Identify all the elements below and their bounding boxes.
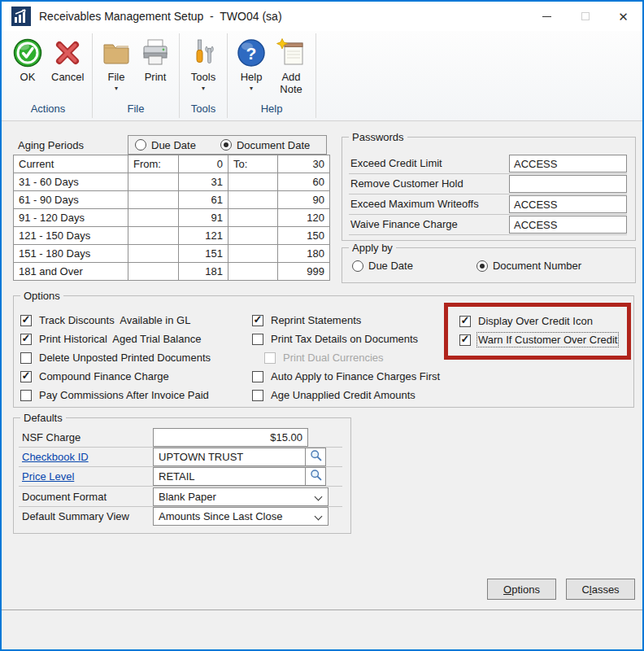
aging-to-label: To:: [228, 155, 278, 173]
aging-period-name: 151 - 180 Days: [14, 245, 128, 263]
ribbon-group-label-file: File: [94, 100, 178, 120]
aging-to-input[interactable]: 120: [278, 209, 330, 227]
print-dual-currencies-checkbox: [264, 352, 276, 364]
ribbon-tools-button[interactable]: Tools▾: [184, 37, 223, 93]
ribbon-group-tools: Tools▾Tools: [181, 31, 226, 120]
checkbook-lookup-button[interactable]: [306, 448, 326, 466]
ribbon-group-help: ?Help▾Add NoteHelp: [228, 31, 315, 120]
exceed-maximum-writeoffs-password-input[interactable]: ACCESS: [509, 195, 627, 213]
aging-to-label: [228, 227, 278, 245]
close-icon[interactable]: ✕: [604, 2, 642, 31]
defaults-group-title: Defaults: [20, 412, 66, 424]
printer-icon: [140, 37, 171, 68]
radio-unselected-icon: [352, 260, 363, 272]
password-row: Exceed Maximum WriteoffsACCESS: [349, 194, 627, 215]
ribbon-cancel-button[interactable]: Cancel: [47, 37, 88, 85]
summary-view-dropdown[interactable]: Amounts Since Last Close: [153, 507, 329, 526]
price-level-lookup-button[interactable]: [306, 467, 326, 486]
ribbon-group-file: File▾PrintFile: [94, 31, 178, 120]
aging-to-input[interactable]: 90: [278, 191, 330, 209]
aging-table-row: 31 - 60 Days3160: [14, 173, 330, 191]
aging-from-input[interactable]: 0: [179, 155, 228, 173]
price-level-link[interactable]: Price Level: [22, 470, 74, 483]
print-tax-details-on-documents-label: Print Tax Details on Documents: [271, 333, 418, 345]
delete-unposted-printed-documents-checkbox-row: Delete Unposted Printed Documents: [20, 348, 211, 367]
checkbook-id-input[interactable]: UPTOWN TRUST: [153, 448, 306, 466]
reprint-statements-checkbox[interactable]: [252, 315, 263, 326]
aging-to-input[interactable]: 180: [278, 245, 330, 263]
aging-from-input[interactable]: 121: [179, 227, 228, 245]
ribbon-separator: [179, 33, 180, 118]
ribbon-help-button[interactable]: ?Help▾: [232, 37, 271, 93]
checkbook-id-link[interactable]: Checkbook ID: [22, 451, 89, 463]
nsf-charge-row: NSF Charge $15.00: [19, 428, 342, 448]
aging-from-label: [128, 263, 179, 281]
aging-document-date-radio[interactable]: Document Date: [220, 139, 310, 151]
aging-from-input[interactable]: 91: [179, 209, 228, 227]
title-bar: Receivables Management Setup - TWO04 (sa…: [2, 2, 642, 31]
track-discounts-available-in-gl-checkbox[interactable]: [20, 315, 32, 326]
aging-to-input[interactable]: 999: [278, 263, 330, 281]
display-over-credit-icon-checkbox[interactable]: [459, 316, 471, 327]
options-button[interactable]: Options: [487, 579, 556, 600]
defaults-group: Defaults NSF Charge $15.00 Checkbook ID …: [13, 417, 351, 534]
display-over-credit-icon-checkbox-row: Display Over Credit Icon: [459, 312, 617, 330]
aging-from-input[interactable]: 61: [179, 191, 228, 209]
checkbook-id-row: Checkbook ID UPTOWN TRUST: [19, 448, 342, 467]
ribbon-group-label-tools: Tools: [181, 100, 226, 120]
aging-from-input[interactable]: 31: [179, 173, 228, 191]
price-level-input[interactable]: RETAIL: [153, 467, 306, 486]
aging-table-row: CurrentFrom:0To:30: [14, 155, 330, 173]
document-format-dropdown[interactable]: Blank Paper: [153, 487, 329, 506]
summary-view-row: Default Summary View Amounts Since Last …: [19, 507, 342, 526]
warn-if-customer-over-credit-checkbox[interactable]: [459, 334, 471, 346]
aging-due-date-radio[interactable]: Due Date: [135, 139, 196, 151]
age-unapplied-credit-amounts-checkbox[interactable]: [252, 390, 263, 401]
nsf-charge-value: $15.00: [270, 431, 302, 443]
ribbon-group-label-help: Help: [228, 100, 315, 120]
ribbon-button-label: File: [108, 72, 125, 84]
aging-from-input[interactable]: 181: [179, 263, 228, 281]
tools-icon: [188, 37, 219, 68]
print-historical-aged-trial-balance-checkbox[interactable]: [20, 334, 32, 345]
aging-table-row: 181 and Over181999: [14, 263, 330, 281]
aging-date-radio-group: Due DateDocument Date: [128, 135, 327, 155]
ribbon-button-label: Help: [241, 72, 263, 84]
aging-to-input[interactable]: 150: [278, 227, 330, 245]
aging-to-input[interactable]: 60: [278, 173, 330, 191]
ribbon-add-note-button[interactable]: Add Note: [271, 37, 311, 96]
minimize-icon[interactable]: [528, 2, 566, 31]
apply-by-radio-label: Due Date: [368, 260, 413, 272]
print-historical-aged-trial-balance-checkbox-row: Print Historical Aged Trial Balance: [20, 330, 211, 348]
maximize-icon[interactable]: [566, 2, 604, 31]
aging-to-label: [228, 263, 278, 281]
aging-table-row: 91 - 120 Days91120: [14, 209, 330, 227]
auto-apply-to-finance-charges-first-checkbox[interactable]: [252, 371, 263, 382]
passwords-group: Passwords Exceed Credit LimitACCESSRemov…: [342, 137, 636, 241]
remove-customer-hold-password-input[interactable]: [509, 175, 627, 193]
exceed-credit-limit-password-input[interactable]: ACCESS: [509, 155, 627, 173]
ribbon-ok-button[interactable]: OK: [8, 37, 47, 85]
ribbon-file-button[interactable]: File▾: [97, 37, 136, 93]
aging-from-input[interactable]: 151: [179, 245, 228, 263]
pay-commissions-after-invoice-paid-label: Pay Commissions After Invoice Paid: [39, 389, 209, 401]
radio-selected-icon: [476, 260, 488, 272]
waive-finance-charge-password-input[interactable]: ACCESS: [509, 216, 627, 234]
dialog-body: Aging Periods Due DateDocument Date Curr…: [2, 121, 642, 649]
delete-unposted-printed-documents-checkbox[interactable]: [20, 352, 32, 364]
apply-by-group: Apply by Due DateDocument Number: [342, 247, 636, 283]
ribbon-separator: [227, 33, 228, 118]
ribbon-print-button[interactable]: Print: [136, 37, 175, 85]
options-group-title: Options: [20, 290, 63, 302]
apply-by-document-number-radio[interactable]: Document Number: [476, 260, 581, 272]
aging-to-input[interactable]: 30: [278, 155, 330, 173]
pay-commissions-after-invoice-paid-checkbox[interactable]: [20, 390, 32, 401]
compound-finance-charge-checkbox[interactable]: [20, 371, 32, 382]
classes-button[interactable]: Classes: [566, 579, 635, 600]
compound-finance-charge-checkbox-row: Compound Finance Charge: [20, 367, 211, 386]
nsf-charge-input[interactable]: $15.00: [153, 428, 308, 447]
ribbon-group-label-actions: Actions: [5, 100, 91, 120]
apply-by-due-date-radio[interactable]: Due Date: [352, 260, 413, 272]
print-tax-details-on-documents-checkbox[interactable]: [252, 334, 263, 345]
password-row: Remove Customer Hold: [349, 174, 627, 194]
